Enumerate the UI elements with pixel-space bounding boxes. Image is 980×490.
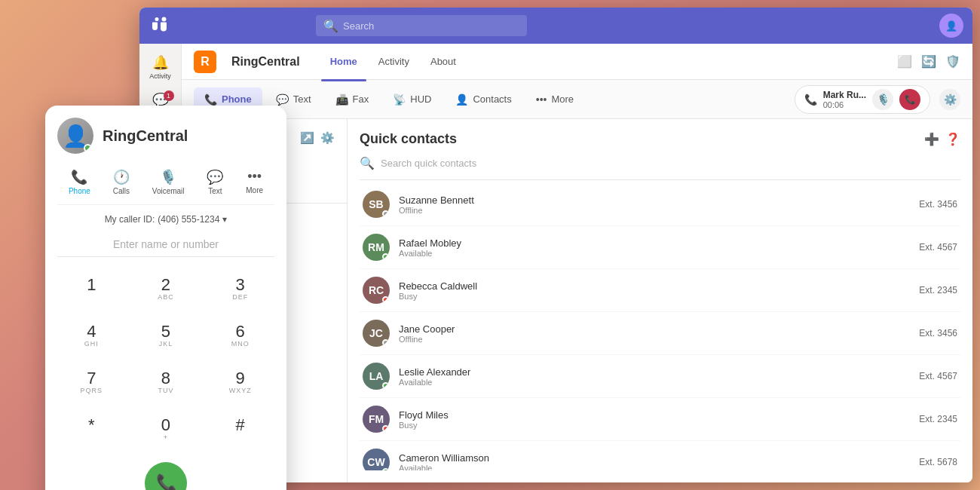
contact-status-dot <box>382 468 389 470</box>
contact-status: Offline <box>399 206 919 215</box>
key-digit: 2 <box>161 277 170 293</box>
key-2[interactable]: 2 ABC <box>132 269 201 310</box>
contact-item[interactable]: SB Suzanne Bennett Offline Ext. 3456 <box>360 183 960 226</box>
teams-titlebar: 🔍 👤 <box>139 8 972 44</box>
key-digit: 3 <box>236 277 245 293</box>
phone-settings-icon[interactable]: ⚙️ <box>320 131 335 145</box>
teams-search-bar[interactable]: 🔍 <box>316 15 527 36</box>
tab-bar: 📞 Phone 💬 Text 📠 Fax 📡 HUD 👤 Contacts ••… <box>182 80 972 119</box>
dialer-nav-phone[interactable]: 📞 Phone <box>63 166 96 198</box>
tab-contacts[interactable]: 👤 Contacts <box>445 87 522 112</box>
contact-name: Suzanne Bennett <box>399 194 919 206</box>
rc-nav-about[interactable]: About <box>421 51 465 72</box>
contact-status-dot <box>382 339 389 346</box>
contact-item[interactable]: JC Jane Cooper Offline Ext. 3456 <box>360 312 960 355</box>
keypad: 1 2 ABC 3 DEF 4 GHI 5 JKL 6 MNO 7 PQRS 8… <box>57 269 274 450</box>
refresh-icon[interactable]: 🔄 <box>921 54 936 69</box>
key-sub: + <box>164 433 168 443</box>
contact-status-dot <box>382 253 389 260</box>
dialer-phone-icon: 📞 <box>71 169 87 185</box>
tab-hud[interactable]: 📡 HUD <box>382 87 442 112</box>
key-1[interactable]: 1 <box>57 269 126 310</box>
contact-item[interactable]: LA Leslie Alexander Available Ext. 4567 <box>360 355 960 398</box>
sidebar-label-activity: Activity <box>149 72 171 80</box>
add-contact-icon[interactable]: ➕ <box>924 132 939 146</box>
contact-avatar: RM <box>363 234 390 261</box>
dialer-overlay: 👤 RingCentral 📞 Phone 🕐 Calls 🎙️ Voicema… <box>45 106 286 490</box>
rc-nav-home[interactable]: Home <box>321 51 366 72</box>
dialer-nav-text[interactable]: 💬 Text <box>201 166 229 198</box>
contact-status-dot <box>382 382 389 389</box>
key-0[interactable]: 0 + <box>132 409 201 450</box>
teams-logo-icon <box>149 14 171 37</box>
contact-item[interactable]: RC Rebecca Caldwell Busy Ext. 2345 <box>360 269 960 312</box>
sidebar-item-activity[interactable]: 🔔 Activity <box>144 50 177 84</box>
popup-icon[interactable]: ⬜ <box>897 54 912 69</box>
user-avatar[interactable]: 👤 <box>939 14 963 38</box>
rc-logo-icon: R <box>194 51 216 73</box>
end-call-button[interactable]: 📞 <box>899 89 920 110</box>
dialer-header: 👤 RingCentral <box>57 118 274 154</box>
key-*[interactable]: * <box>57 409 126 450</box>
dialer-nav-more[interactable]: ••• More <box>240 166 269 198</box>
dialer-calls-icon: 🕐 <box>113 169 130 185</box>
rc-header-icons: ⬜ 🔄 🛡️ <box>897 54 960 69</box>
tab-fax[interactable]: 📠 Fax <box>325 87 380 112</box>
security-icon[interactable]: 🛡️ <box>945 54 960 69</box>
key-5[interactable]: 5 JKL <box>132 316 201 357</box>
call-name: Mark Ru... <box>823 90 866 100</box>
key-7[interactable]: 7 PQRS <box>57 363 126 403</box>
dialer-number-input[interactable]: Enter name or number <box>57 232 274 257</box>
quick-contacts-panel: Quick contacts ➕ ❓ 🔍 SB Suzanne Bennett … <box>348 119 972 482</box>
contact-status: Available <box>399 464 919 471</box>
settings-button[interactable]: ⚙️ <box>939 89 960 110</box>
caller-id-display[interactable]: My caller ID: (406) 555-1234 ▾ <box>57 214 274 225</box>
external-link-icon[interactable]: ↗️ <box>300 131 314 145</box>
phone-active-icon: 📞 <box>804 93 817 106</box>
contact-info: Jane Cooper Offline <box>399 323 919 344</box>
dialer-nav: 📞 Phone 🕐 Calls 🎙️ Voicemail 💬 Text ••• … <box>57 166 274 205</box>
contact-status: Available <box>399 249 919 258</box>
key-digit: 9 <box>236 370 245 387</box>
tab-phone-label: Phone <box>222 93 252 105</box>
contacts-tab-icon: 👤 <box>455 93 468 106</box>
content-area: Phone ↗️ ⚙️ In (406) 555-1234 Recordings… <box>182 119 972 482</box>
tab-more[interactable]: ••• More <box>525 87 584 112</box>
key-digit: 7 <box>87 370 96 387</box>
rc-nav-activity[interactable]: Activity <box>369 51 418 72</box>
key-8[interactable]: 8 TUV <box>132 363 201 403</box>
key-6[interactable]: 6 MNO <box>206 316 274 357</box>
search-input[interactable] <box>343 20 494 32</box>
key-#[interactable]: # <box>206 409 274 450</box>
contact-status: Busy <box>399 421 919 430</box>
contact-name: Rafael Mobley <box>399 237 919 249</box>
dialer-status-indicator <box>84 144 92 152</box>
tab-hud-label: HUD <box>410 93 431 105</box>
dialer-brand-name: RingCentral <box>103 127 188 145</box>
key-4[interactable]: 4 GHI <box>57 316 126 357</box>
key-3[interactable]: 3 DEF <box>206 269 274 310</box>
help-icon[interactable]: ❓ <box>945 132 960 146</box>
contact-item[interactable]: RM Rafael Mobley Available Ext. 4567 <box>360 226 960 269</box>
dialer-nav-calls[interactable]: 🕐 Calls <box>107 166 136 198</box>
contact-item[interactable]: FM Floyd Miles Busy Ext. 2345 <box>360 398 960 441</box>
chat-badge: 1 <box>164 90 174 101</box>
contacts-search-input[interactable] <box>381 158 960 169</box>
key-9[interactable]: 9 WXYZ <box>206 363 274 403</box>
contact-avatar: JC <box>363 320 390 347</box>
main-content: R RingCentral Home Activity About ⬜ 🔄 🛡️… <box>182 44 972 482</box>
contacts-search-bar[interactable]: 🔍 <box>360 156 960 180</box>
contact-ext: Ext. 3456 <box>919 199 957 210</box>
contact-info: Rebecca Caldwell Busy <box>399 280 919 301</box>
key-sub: WXYZ <box>229 387 252 396</box>
dialer-call-button[interactable]: 📞 <box>145 462 187 490</box>
mute-button[interactable]: 🎙️ <box>872 89 893 110</box>
contact-info: Floyd Miles Busy <box>399 409 919 430</box>
contact-item[interactable]: CW Cameron Williamson Available Ext. 567… <box>360 441 960 470</box>
caller-id-label: My caller ID: <box>105 214 155 225</box>
contact-ext: Ext. 4567 <box>919 371 957 381</box>
caller-id-chevron: ▾ <box>222 214 227 225</box>
dialer-nav-text-label: Text <box>208 187 222 195</box>
dialer-nav-voicemail[interactable]: 🎙️ Voicemail <box>146 166 191 198</box>
key-sub: TUV <box>158 387 173 396</box>
